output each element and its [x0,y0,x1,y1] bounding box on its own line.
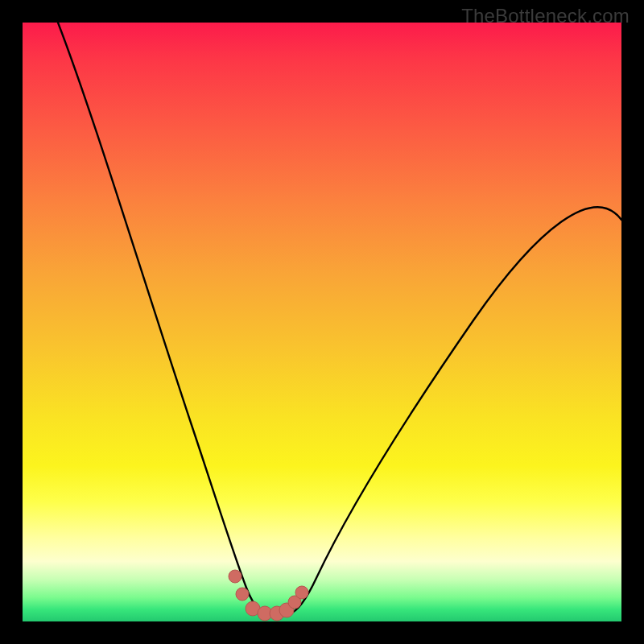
watermark-text: TheBottleneck.com [461,5,630,27]
chart-svg [23,23,621,621]
valley-marker [236,588,249,601]
valley-marker [229,570,242,583]
plot-area [23,23,621,621]
valley-marker-group [229,570,308,621]
bottleneck-curve [58,23,621,613]
outer-frame: TheBottleneck.com [0,0,644,644]
valley-marker [295,586,308,599]
